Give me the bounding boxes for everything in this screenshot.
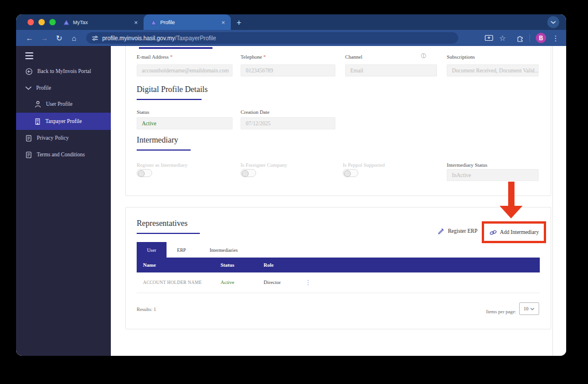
status-field: Active xyxy=(137,117,233,129)
toolbar-actions: ☆ B ⋮ xyxy=(485,33,559,43)
nav-back-icon[interactable]: ← xyxy=(23,34,36,43)
url-bar[interactable]: profile.myinvois.hasil.gov.my/TaxpayerPr… xyxy=(86,32,458,44)
select-chevron-icon xyxy=(530,308,535,310)
tab-bar: MyTax × Profile × + xyxy=(16,14,566,30)
traffic-lights xyxy=(28,19,56,25)
status-label: Status xyxy=(137,109,149,115)
browser-menu-kebab-icon[interactable]: ⋮ xyxy=(552,34,559,43)
hamburger-menu-icon[interactable] xyxy=(25,52,33,61)
representatives-tabs: User ERP Intermediaries xyxy=(137,242,251,258)
digital-profile-underline xyxy=(137,99,202,100)
row-name: ACCOUNT HOLDER NAME xyxy=(137,280,220,285)
toolbar-divider xyxy=(529,34,530,42)
sidebar-item-user-profile[interactable]: User Profile xyxy=(16,97,111,111)
new-tab-button[interactable]: + xyxy=(237,18,241,27)
add-intermediary-button[interactable]: Add Intermediary xyxy=(500,229,539,235)
digital-profile-title: Digital Profile Details xyxy=(137,85,208,94)
email-label: E-mail Address * xyxy=(137,54,173,60)
tab-erp[interactable]: ERP xyxy=(167,242,196,258)
tab-intermediaries[interactable]: Intermediaries xyxy=(196,242,251,258)
creation-date-field: 07/12/2025 xyxy=(241,117,335,129)
peppol-supported-label: Is Peppol Supported xyxy=(343,162,385,168)
close-window-icon[interactable] xyxy=(28,19,34,25)
tab-user[interactable]: User xyxy=(137,242,167,258)
tab-profile[interactable]: Profile × xyxy=(144,14,231,30)
telephone-field[interactable]: 0123456789 xyxy=(241,64,335,76)
add-intermediary-highlight-box: Add Intermediary xyxy=(482,221,546,243)
row-role: Director xyxy=(264,279,305,285)
row-status-badge: Active xyxy=(220,279,264,285)
foreigner-company-label: Is Foreigner Company xyxy=(241,162,287,168)
peppol-supported-toggle[interactable] xyxy=(343,169,358,177)
minimize-window-icon[interactable] xyxy=(38,19,45,25)
sidebar-item-terms[interactable]: Terms and Conditions xyxy=(16,148,111,162)
required-mark: * xyxy=(264,54,266,60)
url-path: /TaxpayerProfile xyxy=(175,35,216,41)
intermediary-title: Intermediary xyxy=(137,136,178,145)
chain-link-icon xyxy=(489,229,497,236)
subscriptions-label: Subscriptions xyxy=(447,54,475,60)
bookmark-star-icon[interactable]: ☆ xyxy=(499,34,506,43)
url-host: profile.myinvois.hasil.gov.my xyxy=(102,35,175,41)
annotation-arrow-head xyxy=(500,206,523,218)
label-text: E-mail Address xyxy=(137,54,169,60)
user-icon xyxy=(34,101,41,108)
items-per-page-select[interactable]: 10 xyxy=(519,302,539,315)
nav-forward-icon[interactable]: → xyxy=(38,34,51,43)
browser-profile-avatar[interactable]: B xyxy=(536,33,546,43)
telephone-label: Telephone * xyxy=(241,54,266,60)
row-actions-kebab-icon[interactable]: ⋮ xyxy=(305,279,311,286)
site-settings-icon[interactable] xyxy=(92,35,98,41)
sidebar-item-label: Terms and Conditions xyxy=(37,152,85,158)
sidebar-item-label: Privacy Policy xyxy=(37,135,69,141)
window-chevron-button[interactable] xyxy=(547,16,559,28)
register-intermediary-toggle[interactable] xyxy=(137,169,152,177)
register-erp-button[interactable]: Register ERP xyxy=(437,227,477,235)
close-tab-icon[interactable]: × xyxy=(220,19,226,26)
table-header: Name Status Role xyxy=(137,258,540,272)
zoom-window-icon[interactable] xyxy=(49,19,56,25)
document-icon xyxy=(25,135,32,142)
close-tab-icon[interactable]: × xyxy=(133,19,139,26)
extensions-icon[interactable] xyxy=(516,34,524,42)
representatives-title: Representatives xyxy=(137,219,188,228)
reload-icon[interactable]: ↻ xyxy=(53,34,65,43)
label-text: Telephone xyxy=(241,54,262,60)
col-name: Name xyxy=(137,262,220,268)
document-icon xyxy=(25,151,32,159)
sidebar-item-label: Profile xyxy=(36,85,51,91)
app-sidebar: Back to MyInvois Portal Profile User Pro… xyxy=(16,46,111,356)
subscriptions-field[interactable]: Document Received, Document Valid... xyxy=(447,64,539,76)
taxpayer-profile-page: E-mail Address * accountholdername@email… xyxy=(111,46,566,356)
screen-share-icon[interactable] xyxy=(485,34,493,41)
intermediary-status-label: Intermediary Status xyxy=(447,162,488,168)
building-icon xyxy=(34,118,41,125)
annotation-arrow xyxy=(508,182,514,206)
foreigner-company-toggle[interactable] xyxy=(241,169,256,177)
table-row: ACCOUNT HOLDER NAME Active Director ⋮ xyxy=(137,272,540,292)
representatives-underline xyxy=(137,233,200,234)
sidebar-item-label: User Profile xyxy=(46,101,72,107)
home-icon[interactable]: ⌂ xyxy=(68,34,80,43)
channel-label: Channel xyxy=(345,54,362,60)
button-label: Register ERP xyxy=(448,228,477,234)
results-count: Results: 1 xyxy=(137,306,156,312)
url-text: profile.myinvois.hasil.gov.my/TaxpayerPr… xyxy=(102,35,216,41)
channel-field[interactable]: Email xyxy=(345,64,437,76)
browser-toolbar: ← → ↻ ⌂ profile.myinvois.hasil.gov.my/Ta… xyxy=(16,30,566,46)
col-status: Status xyxy=(220,262,264,268)
info-icon[interactable]: ⓘ xyxy=(421,52,426,60)
email-field[interactable]: accountholdername@emaildomain.com xyxy=(137,64,233,76)
sidebar-item-back-to-portal[interactable]: Back to MyInvois Portal xyxy=(16,64,111,78)
col-role: Role xyxy=(264,262,305,268)
register-intermediary-label: Register as Intermediary xyxy=(137,162,187,168)
sidebar-item-label: Back to MyInvois Portal xyxy=(37,68,91,74)
sidebar-item-profile-group[interactable]: Profile xyxy=(16,81,111,95)
sidebar-item-taxpayer-profile[interactable]: Taxpayer Profile xyxy=(16,113,111,130)
tab-mytax[interactable]: MyTax × xyxy=(56,14,144,30)
sidebar-item-privacy-policy[interactable]: Privacy Policy xyxy=(16,131,111,145)
tab-title: MyTax xyxy=(73,20,130,25)
scrollbar-track[interactable] xyxy=(552,46,553,356)
creation-date-label: Creation Date xyxy=(241,109,269,115)
chevron-down-icon xyxy=(25,86,32,90)
